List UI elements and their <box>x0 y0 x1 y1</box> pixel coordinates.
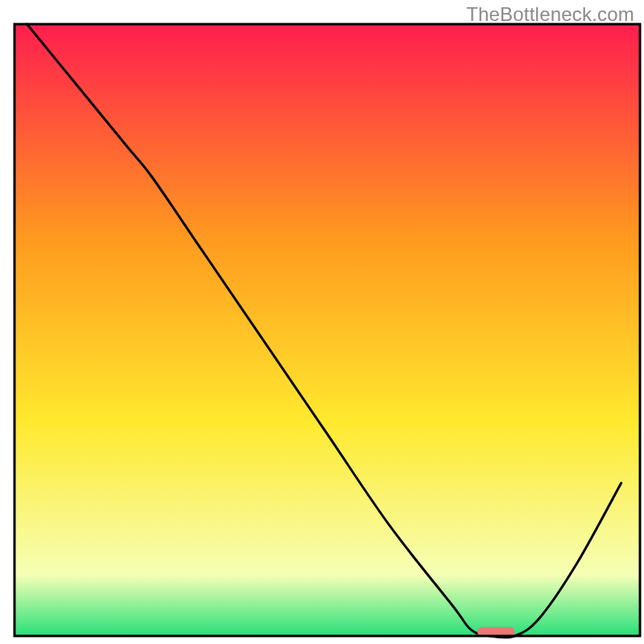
bottleneck-chart: TheBottleneck.com <box>0 0 644 644</box>
chart-svg <box>0 0 644 644</box>
gradient-background <box>14 24 640 636</box>
